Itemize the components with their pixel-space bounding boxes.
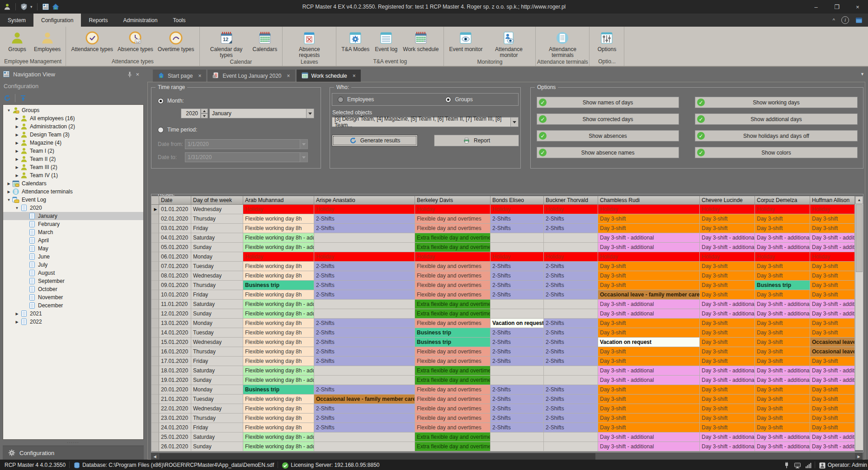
schedule-cell[interactable]: Day 3-shift bbox=[755, 395, 810, 404]
schedule-cell[interactable]: 2-Shifts bbox=[314, 271, 415, 281]
schedule-cell[interactable]: 2-Shifts bbox=[544, 290, 598, 300]
collapse-ribbon-icon[interactable]: ^ bbox=[833, 18, 835, 23]
schedule-cell[interactable]: 2-Shifts bbox=[491, 290, 544, 300]
month-select[interactable]: January bbox=[209, 108, 307, 118]
schedule-cell[interactable] bbox=[491, 442, 544, 451]
schedule-cell[interactable]: Extra flexible day and overtimes bbox=[415, 366, 491, 376]
day-cell[interactable]: Sunday bbox=[191, 309, 243, 319]
schedule-cell[interactable]: Day 3-shift - additional bbox=[700, 309, 755, 319]
schedule-cell[interactable]: Extra flexible day and overtimes bbox=[415, 309, 491, 319]
day-cell[interactable]: Tuesday bbox=[191, 328, 243, 338]
schedule-cell[interactable]: Holiday bbox=[755, 205, 810, 214]
ribbon-button-attendance-monitor[interactable]: Attendance monitor bbox=[486, 29, 532, 59]
date-cell[interactable]: 22.01.2020 bbox=[159, 404, 191, 414]
ribbon-button-attendance-terminals[interactable]: Attendance terminals bbox=[539, 29, 585, 59]
schedule-cell[interactable]: Day 3-shift bbox=[755, 338, 810, 347]
tree-item-november[interactable]: November bbox=[3, 293, 143, 301]
schedule-cell[interactable]: Day 3-shift - additional bbox=[598, 376, 700, 385]
schedule-cell[interactable]: 2-Shifts bbox=[544, 214, 598, 224]
tree-item-2021[interactable]: ▶2021 bbox=[3, 310, 143, 318]
schedule-cell[interactable] bbox=[314, 233, 415, 243]
schedule-cell[interactable]: Vacation on request bbox=[491, 319, 544, 328]
vertical-scroll-thumb[interactable] bbox=[856, 204, 863, 272]
day-cell[interactable]: Friday bbox=[191, 423, 243, 432]
date-cell[interactable]: 05.01.2020 bbox=[159, 243, 191, 252]
schedule-cell[interactable]: Flexible working day 8h bbox=[243, 404, 314, 414]
column-header-chambless-rudi[interactable]: Chambless Rudi bbox=[598, 196, 700, 205]
schedule-cell[interactable]: Day 3-shift - additional bbox=[755, 243, 810, 252]
schedule-cell[interactable]: Day 3-shift - additional bbox=[598, 432, 700, 442]
schedule-cell[interactable] bbox=[314, 442, 415, 451]
tree-item-event-log[interactable]: ▼Event Log bbox=[3, 196, 143, 204]
schedule-cell[interactable]: Day 3-shift - additional bbox=[598, 442, 700, 451]
schedule-cell[interactable]: Flexible working day 8h bbox=[243, 319, 314, 328]
schedule-cell[interactable]: Day 3-shift - additional bbox=[810, 376, 855, 385]
close-tab-icon[interactable]: × bbox=[287, 73, 290, 79]
day-cell[interactable]: Wednesday bbox=[191, 338, 243, 347]
schedule-cell[interactable]: 2-Shifts bbox=[491, 271, 544, 281]
schedule-cell[interactable]: Day 3-shift bbox=[810, 281, 855, 290]
ribbon-button-options[interactable]: Options bbox=[593, 29, 620, 53]
schedule-cell[interactable]: 2-Shifts bbox=[544, 319, 598, 328]
menu-tab-tools[interactable]: Tools bbox=[165, 14, 193, 27]
schedule-cell[interactable]: 2-Shifts bbox=[544, 414, 598, 423]
day-cell[interactable]: Friday bbox=[191, 290, 243, 300]
expander-icon[interactable]: ▶ bbox=[14, 117, 20, 121]
schedule-cell[interactable]: 2-Shifts bbox=[544, 328, 598, 338]
schedule-cell[interactable]: Day 3-shift - additional bbox=[810, 233, 855, 243]
schedule-cell[interactable]: Day 3-shift bbox=[700, 357, 755, 366]
tree-item-calendars[interactable]: ▶Calendars bbox=[3, 179, 143, 188]
schedule-cell[interactable]: Holiday bbox=[598, 205, 700, 214]
schedule-cell[interactable]: Day 3-shift bbox=[755, 385, 810, 395]
schedule-cell[interactable] bbox=[544, 243, 598, 252]
schedule-cell[interactable]: 2-Shifts bbox=[544, 357, 598, 366]
schedule-cell[interactable]: Day 3-shift - additional bbox=[700, 376, 755, 385]
schedule-cell[interactable]: Flexible day and overtimes bbox=[415, 281, 491, 290]
schedule-cell[interactable]: 2-Shifts bbox=[544, 271, 598, 281]
schedule-cell[interactable]: Occasional leave - family member care bbox=[810, 347, 855, 357]
schedule-cell[interactable]: Day 3-shift bbox=[598, 414, 700, 423]
schedule-cell[interactable]: Extra flexible day and overtimes bbox=[415, 233, 491, 243]
schedule-cell[interactable]: Holiday bbox=[415, 252, 491, 262]
monitor-icon[interactable] bbox=[794, 462, 800, 468]
expander-icon[interactable]: ▼ bbox=[6, 198, 12, 202]
schedule-cell[interactable]: Occasional leave - family member care bbox=[810, 338, 855, 347]
schedule-cell[interactable]: Flexible working day 8h bbox=[243, 271, 314, 281]
horizontal-scroll-thumb[interactable] bbox=[159, 453, 595, 460]
schedule-cell[interactable]: 2-Shifts bbox=[491, 423, 544, 432]
schedule-cell[interactable]: Flexible day and overtimes bbox=[415, 319, 491, 328]
date-cell[interactable]: 10.01.2020 bbox=[159, 290, 191, 300]
date-cell[interactable]: 26.01.2020 bbox=[159, 442, 191, 451]
schedule-cell[interactable]: Flexible day and overtimes bbox=[415, 224, 491, 233]
tree-item-december[interactable]: December bbox=[3, 301, 143, 310]
schedule-cell[interactable]: Holiday bbox=[243, 252, 314, 262]
schedule-cell[interactable]: Day 3-shift bbox=[598, 281, 700, 290]
date-cell[interactable]: 12.01.2020 bbox=[159, 309, 191, 319]
day-cell[interactable]: Thursday bbox=[191, 214, 243, 224]
schedule-cell[interactable]: Day 3-shift - additional bbox=[755, 442, 810, 451]
date-cell[interactable]: 09.01.2020 bbox=[159, 281, 191, 290]
ribbon-button-event-log[interactable]: Event log bbox=[373, 29, 400, 53]
column-header-chevere-lucinde[interactable]: Chevere Lucinde bbox=[700, 196, 755, 205]
schedule-cell[interactable]: 2-Shifts bbox=[491, 281, 544, 290]
plug-icon[interactable] bbox=[783, 462, 789, 468]
chevron-down-icon[interactable]: ▾ bbox=[30, 5, 33, 9]
schedule-cell[interactable]: Day 3-shift bbox=[810, 271, 855, 281]
schedule-cell[interactable]: Flexible day and overtimes bbox=[415, 271, 491, 281]
selected-objects-select[interactable]: [3] Design Team, [4] Magazine, [5] Team … bbox=[332, 117, 511, 127]
schedule-cell[interactable]: Day 3-shift bbox=[598, 271, 700, 281]
schedule-cell[interactable]: Day 3-shift - additional bbox=[810, 442, 855, 451]
schedule-cell[interactable]: Day 3-shift bbox=[700, 347, 755, 357]
schedule-cell[interactable]: 2-Shifts bbox=[491, 224, 544, 233]
schedule-cell[interactable] bbox=[491, 300, 544, 309]
schedule-cell[interactable]: Day 3-shift bbox=[810, 357, 855, 366]
schedule-cell[interactable]: Flexible working day 8h bbox=[243, 338, 314, 347]
schedule-cell[interactable]: Day 3-shift - additional bbox=[755, 376, 810, 385]
tree-item-march[interactable]: March bbox=[3, 228, 143, 236]
date-cell[interactable]: 17.01.2020 bbox=[159, 357, 191, 366]
schedule-cell[interactable]: Day 3-shift bbox=[755, 347, 810, 357]
schedule-cell[interactable]: Day 3-shift bbox=[810, 262, 855, 271]
schedule-cell[interactable] bbox=[491, 309, 544, 319]
date-cell[interactable]: 11.01.2020 bbox=[159, 300, 191, 309]
schedule-cell[interactable]: Day 3-shift bbox=[598, 404, 700, 414]
